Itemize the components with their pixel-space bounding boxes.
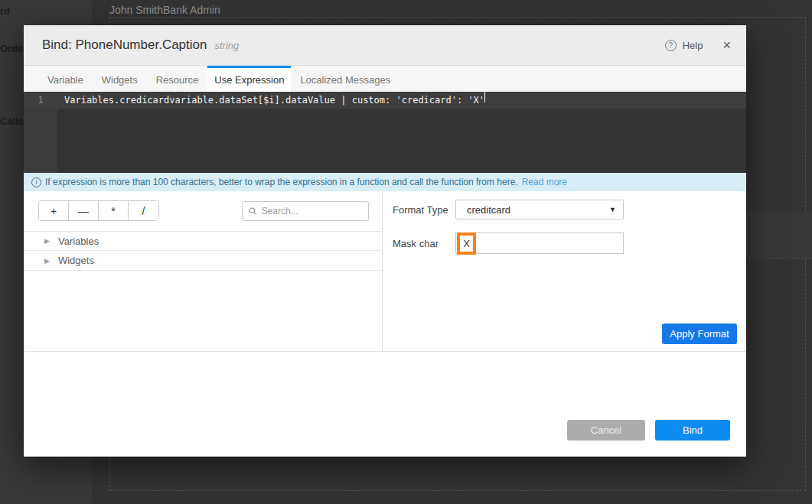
format-type-select[interactable]: creditcard ▼ [455,200,624,219]
multiply-operator-button[interactable]: * [99,201,129,220]
background-user-title: John SmithBank Admin [109,4,220,16]
mask-char-highlight[interactable]: X [457,232,476,255]
dialog-title: Bind: PhoneNumber.Caption [42,37,207,53]
background-sidebar-item: rd [0,5,10,17]
close-icon[interactable]: × [722,38,731,52]
line-number: 1 [24,92,57,109]
divide-operator-button[interactable]: / [129,201,158,220]
background-sidebar-item: Calls [0,115,24,127]
minus-operator-button[interactable]: — [69,201,99,220]
property-type-badge: string [214,40,239,51]
expression-code[interactable]: Variables.credicardvariable.dataSet[$i].… [57,92,484,109]
mask-char-input[interactable]: X [455,232,624,254]
info-message: If expression is more than 100 character… [45,177,518,187]
search-icon [249,206,257,216]
dialog-footer: Cancel Bind [24,403,746,456]
mask-char-row: Mask char X [393,232,737,254]
expression-editor[interactable]: 1 Variables.credicardvariable.dataSet[$i… [24,92,746,173]
read-more-link[interactable]: Read more [522,177,567,187]
chevron-right-icon[interactable]: ▶ [44,237,50,245]
plus-operator-button[interactable]: + [39,201,69,220]
help-icon[interactable]: ? [665,40,677,51]
bind-dialog: Bind: PhoneNumber.Caption string ? Help … [24,25,746,457]
help-button[interactable]: Help [683,40,703,51]
format-panel: Format Type creditcard ▼ Mask char X App… [383,191,746,351]
cancel-button[interactable]: Cancel [567,420,645,441]
info-icon: i [31,177,41,187]
tree-item-label: Variables [58,236,99,247]
search-box [242,201,369,221]
search-input[interactable] [262,206,362,216]
operator-group: + — * / [38,200,159,221]
format-type-row: Format Type creditcard ▼ [393,200,737,219]
text-cursor [484,92,485,102]
chevron-right-icon[interactable]: ▶ [44,257,50,265]
tab-use-expression[interactable]: Use Expression [207,66,291,92]
mask-char-label: Mask char [393,238,455,249]
editor-active-line: 1 Variables.credicardvariable.dataSet[$i… [24,92,746,109]
tab-widgets[interactable]: Widgets [93,66,147,92]
tab-resource[interactable]: Resource [147,66,208,92]
chevron-down-icon: ▼ [609,206,616,213]
dialog-header: Bind: PhoneNumber.Caption string ? Help … [24,25,746,66]
expression-info-bar: i If expression is more than 100 charact… [24,173,746,191]
bind-source-tree: ▶ Variables ▶ Widgets [24,231,382,271]
operator-toolbar: + — * / [24,191,382,221]
tree-item-label: Widgets [58,255,94,266]
expression-builder-panel: + — * / ▶ Variables [24,191,383,351]
bind-button[interactable]: Bind [655,420,730,441]
format-type-label: Format Type [393,204,455,216]
apply-format-button[interactable]: Apply Format [662,324,737,344]
dialog-tabbar: Variable Widgets Resource Use Expression… [24,66,746,92]
dialog-body: + — * / ▶ Variables [24,191,746,352]
dialog-spacer [24,352,746,403]
tree-item-variables[interactable]: ▶ Variables [24,231,382,251]
tree-item-widgets[interactable]: ▶ Widgets [24,251,382,271]
tab-localized-messages[interactable]: Localized Messages [291,66,399,92]
format-type-value: creditcard [467,204,609,216]
tab-variable[interactable]: Variable [38,66,93,92]
